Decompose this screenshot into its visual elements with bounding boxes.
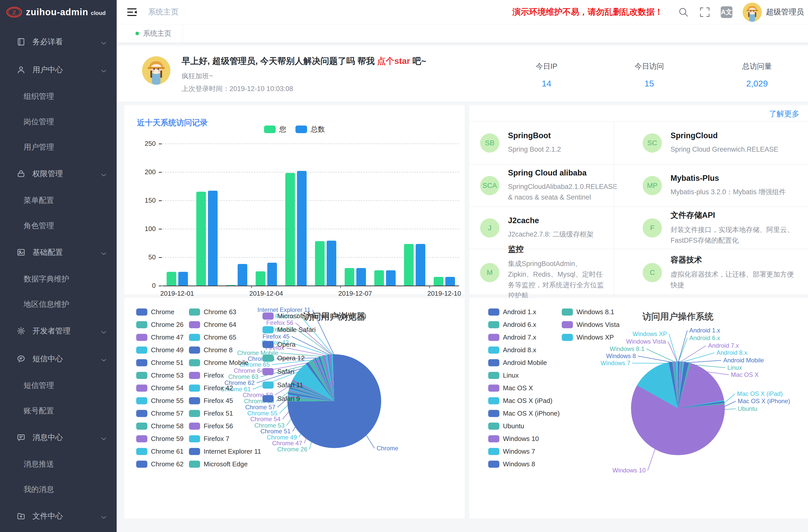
legend-item-Windows 10[interactable]: Windows 10: [488, 435, 539, 443]
legend-item-Android Mobile[interactable]: Android Mobile: [488, 359, 547, 367]
sidebar-subitem-13[interactable]: 短信管理: [0, 373, 117, 398]
legend-item-Firefox[interactable]: Firefox: [189, 371, 224, 379]
stat-total-visits: 总访问量2,029: [719, 45, 795, 89]
sidebar-item-18[interactable]: 文件中心: [0, 502, 117, 530]
legend-item-Chrome 8[interactable]: Chrome 8: [189, 346, 233, 354]
sidebar-subitem-2[interactable]: 组织管理: [0, 84, 117, 109]
legend-item-Chrome 64[interactable]: Chrome 64: [189, 321, 236, 329]
sidebar-subitem-label: 地区信息维护: [23, 299, 69, 310]
fullscreen-icon[interactable]: [699, 7, 710, 18]
star-link[interactable]: 点个star: [377, 56, 410, 66]
search-icon[interactable]: [678, 7, 689, 18]
legend-item-Firefox 56[interactable]: Firefox 56: [189, 422, 233, 430]
legend-item-Firefox 45[interactable]: Firefox 45: [189, 397, 233, 405]
visit-record-chart-card: 近十天系统访问记录 您总数 0501001502002502019-12-012…: [124, 105, 465, 294]
legend-item-Android 7.x[interactable]: Android 7.x: [488, 333, 536, 341]
sidebar-subitem-6[interactable]: 菜单配置: [0, 188, 117, 213]
sidebar-item-0[interactable]: 务必详看: [0, 28, 117, 56]
sidebar-item-1[interactable]: 用户中心: [0, 56, 117, 84]
legend-item-Windows 8.1[interactable]: Windows 8.1: [562, 308, 614, 316]
legend-item-Chrome 62[interactable]: Chrome 62: [136, 460, 184, 468]
legend-item-Chrome[interactable]: Chrome: [136, 308, 174, 316]
legend-item-Firefox 42[interactable]: Firefox 42: [189, 384, 233, 392]
sidebar-subitem-label: 角色管理: [23, 221, 54, 231]
legend-item-Opera 12[interactable]: Opera 12: [262, 354, 305, 362]
sidebar-item-12[interactable]: 短信中心: [0, 345, 117, 373]
tab-home[interactable]: 系统主页: [124, 24, 183, 42]
sidebar-subitem-16[interactable]: 消息推送: [0, 451, 117, 477]
y-tick: [159, 200, 162, 201]
legend-item-Chrome 53[interactable]: Chrome 53: [136, 371, 184, 379]
legend-item-Firefox 7[interactable]: Firefox 7: [189, 435, 229, 443]
legend-item-Safari 9[interactable]: Safari 9: [262, 395, 300, 403]
pie-label-Mac OS X (iPhone): Mac OS X (iPhone): [738, 398, 790, 405]
legend-item-Chrome 63[interactable]: Chrome 63: [189, 308, 236, 316]
legend-item-Chrome 61[interactable]: Chrome 61: [136, 447, 184, 455]
legend-item-Safari 11[interactable]: Safari 11: [262, 381, 303, 389]
sidebar-collapse-icon[interactable]: [127, 8, 137, 17]
chevron-down-icon: [101, 67, 107, 73]
sidebar-subitem-7[interactable]: 角色管理: [0, 213, 117, 238]
legend-item-Firefox 51[interactable]: Firefox 51: [189, 409, 233, 417]
legend-item-Mac OS X (iPhone)[interactable]: Mac OS X (iPhone): [488, 409, 560, 417]
legend-swatch: [562, 308, 573, 315]
legend-item-Android 8.x[interactable]: Android 8.x: [488, 346, 536, 354]
legend-item-Chrome 47[interactable]: Chrome 47: [136, 333, 184, 341]
y-tick-label: 0: [128, 282, 156, 290]
legend-item-Windows Vista[interactable]: Windows Vista: [562, 321, 620, 329]
legend-item-Chrome 59[interactable]: Chrome 59: [136, 435, 184, 443]
legend-item-Ubuntu[interactable]: Ubuntu: [488, 422, 524, 430]
legend-label: Android 8.x: [503, 346, 536, 354]
legend-item-Windows 7[interactable]: Windows 7: [488, 447, 535, 455]
sidebar-subitem-17[interactable]: 我的消息: [0, 477, 117, 502]
sidebar-subitem-3[interactable]: 岗位管理: [0, 109, 117, 134]
legend-item-Internet Explorer 11[interactable]: Internet Explorer 11: [189, 447, 261, 455]
breadcrumb[interactable]: 系统主页: [148, 7, 179, 17]
sidebar-subitem-10[interactable]: 地区信息维护: [0, 292, 117, 317]
pie-label-line: [668, 342, 678, 363]
legend-item-Chrome 65[interactable]: Chrome 65: [189, 333, 236, 341]
x-tick: [251, 286, 252, 288]
legend-item-Chrome 26[interactable]: Chrome 26: [136, 321, 184, 329]
sidebar-item-15[interactable]: 消息中心: [0, 423, 117, 451]
legend-item-Chrome 57[interactable]: Chrome 57: [136, 409, 184, 417]
legend-item-Safari[interactable]: Safari: [262, 368, 294, 375]
legend-swatch: [136, 422, 147, 429]
legend-label: Chrome 54: [151, 384, 184, 392]
language-icon[interactable]: A文: [721, 6, 732, 18]
legend-item-Chrome Mobile[interactable]: Chrome Mobile: [189, 359, 248, 367]
legend-item-Chrome 51[interactable]: Chrome 51: [136, 359, 184, 367]
chevron-down-icon: [101, 328, 107, 334]
greeting-title: 早上好, 超级管理员, 今天帮别人解决问题了吗 帮我 点个star 吧~: [182, 55, 426, 67]
legend-item-Linux[interactable]: Linux: [488, 371, 519, 379]
legend-item-Android 1.x[interactable]: Android 1.x: [488, 308, 536, 316]
legend-item-Android 6.x[interactable]: Android 6.x: [488, 321, 536, 329]
legend-item-Chrome 58[interactable]: Chrome 58: [136, 422, 184, 430]
legend-item-Chrome 55[interactable]: Chrome 55: [136, 397, 184, 405]
legend-item-Chrome 49[interactable]: Chrome 49: [136, 346, 184, 354]
learn-more-link[interactable]: 了解更多: [769, 109, 800, 119]
sidebar-item-8[interactable]: 基础配置: [0, 238, 117, 266]
sidebar-subitem-14[interactable]: 账号配置: [0, 398, 117, 423]
tech-card-J2cache: JJ2cacheJ2cache2.7.8: 二级缓存框架: [469, 207, 614, 249]
greeting-avatar: [142, 56, 170, 85]
legend-item-Mac OS X[interactable]: Mac OS X: [488, 384, 533, 392]
legend-item-Windows XP[interactable]: Windows XP: [562, 333, 614, 341]
sidebar-subitem-9[interactable]: 数据字典维护: [0, 266, 117, 292]
app-logo[interactable]: Z zuihou-admin cloud: [0, 0, 117, 24]
sidebar-subitem-label: 我的消息: [23, 484, 54, 495]
legend-item-Windows 8[interactable]: Windows 8: [488, 460, 535, 468]
legend-item-Opera[interactable]: Opera: [262, 341, 295, 348]
legend-label: Firefox 7: [204, 435, 229, 443]
sidebar-item-5[interactable]: 权限管理: [0, 160, 117, 188]
legend-item-Microsoft Edge[interactable]: Microsoft Edge: [189, 460, 247, 468]
legend-swatch: [189, 372, 200, 379]
legend-item-Mac OS X (iPad)[interactable]: Mac OS X (iPad): [488, 397, 552, 405]
sidebar-subitem-4[interactable]: 用户管理: [0, 134, 117, 160]
legend-item-Mobile Safari[interactable]: Mobile Safari: [262, 326, 316, 334]
username[interactable]: 超级管理员: [766, 7, 804, 17]
legend-item-Chrome 54[interactable]: Chrome 54: [136, 384, 184, 392]
user-avatar[interactable]: [742, 2, 762, 22]
tech-text: J2cacheJ2cache2.7.8: 二级缓存框架: [508, 216, 601, 240]
sidebar-item-11[interactable]: 开发者管理: [0, 317, 117, 345]
